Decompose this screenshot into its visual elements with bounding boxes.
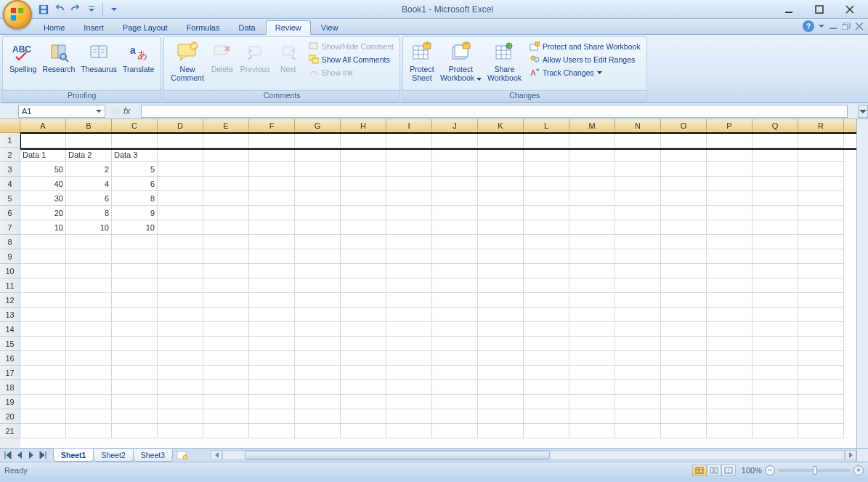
protect-workbook-button[interactable]: ProtectWorkbook [437, 39, 484, 84]
cell-K3[interactable] [478, 162, 524, 177]
cell-M10[interactable] [569, 264, 615, 278]
cell-O20[interactable] [661, 409, 707, 424]
col-header-M[interactable]: M [569, 119, 615, 133]
cell-N12[interactable] [615, 293, 661, 308]
sheet-tab-1[interactable]: Sheet1 [53, 449, 94, 462]
cell-B20[interactable] [66, 409, 112, 424]
cell-B7[interactable]: 10 [66, 220, 112, 235]
tab-review[interactable]: Review [266, 20, 311, 35]
cell-H16[interactable] [341, 351, 386, 366]
cell-C7[interactable]: 10 [112, 220, 158, 235]
cell-C20[interactable] [112, 409, 158, 424]
cell-F20[interactable] [249, 409, 295, 424]
cell-M15[interactable] [569, 337, 615, 351]
cell-G10[interactable] [295, 264, 341, 278]
cell-J17[interactable] [432, 366, 478, 380]
cell-G2[interactable] [295, 148, 341, 162]
cell-E4[interactable] [203, 177, 249, 191]
cell-G6[interactable] [295, 206, 341, 220]
cell-I17[interactable] [386, 366, 432, 380]
cell-I13[interactable] [386, 308, 432, 322]
cell-E17[interactable] [203, 366, 249, 380]
cell-F12[interactable] [249, 293, 295, 308]
cell-F19[interactable] [249, 395, 295, 409]
col-header-Q[interactable]: Q [753, 119, 798, 133]
cancel-formula-icon[interactable] [110, 105, 121, 117]
cell-R10[interactable] [798, 264, 844, 278]
cell-H15[interactable] [341, 337, 386, 351]
cell-B17[interactable] [66, 366, 112, 380]
row-header-8[interactable]: 8 [0, 235, 20, 249]
row-header-7[interactable]: 7 [0, 220, 20, 235]
cell-P8[interactable] [707, 235, 753, 249]
cell-D14[interactable] [158, 322, 203, 337]
tab-nav-next[interactable] [25, 449, 37, 461]
tab-nav-prev[interactable] [14, 449, 25, 461]
cell-I18[interactable] [386, 380, 432, 395]
cell-N4[interactable] [615, 177, 661, 191]
cell-G17[interactable] [295, 366, 341, 380]
cell-F7[interactable] [249, 220, 295, 235]
cell-P3[interactable] [707, 162, 753, 177]
cell-J10[interactable] [432, 264, 478, 278]
cell-A9[interactable] [20, 249, 66, 264]
col-header-O[interactable]: O [661, 119, 707, 133]
cell-J3[interactable] [432, 162, 478, 177]
cell-F8[interactable] [249, 235, 295, 249]
cell-C14[interactable] [112, 322, 158, 337]
cell-I1[interactable] [386, 133, 432, 148]
translate-button[interactable]: aあ Translate [120, 39, 157, 75]
cell-O4[interactable] [661, 177, 707, 191]
cell-N15[interactable] [615, 337, 661, 351]
cell-K5[interactable] [478, 191, 524, 206]
show-all-comments-button[interactable]: Show All Comments [307, 54, 396, 65]
row-header-15[interactable]: 15 [0, 337, 20, 351]
cell-G9[interactable] [295, 249, 341, 264]
row-header-19[interactable]: 19 [0, 395, 20, 409]
sheet-tab-3[interactable]: Sheet3 [133, 449, 173, 462]
row-header-17[interactable]: 17 [0, 366, 20, 380]
cell-L17[interactable] [524, 366, 569, 380]
row-header-16[interactable]: 16 [0, 351, 20, 366]
cell-I2[interactable] [386, 148, 432, 162]
cell-A12[interactable] [20, 293, 66, 308]
cell-N9[interactable] [615, 249, 661, 264]
cell-O6[interactable] [661, 206, 707, 220]
cell-F5[interactable] [249, 191, 295, 206]
row-header-1[interactable]: 1 [0, 133, 20, 148]
row-header-2[interactable]: 2 [0, 148, 20, 162]
cell-P18[interactable] [707, 380, 753, 395]
cell-I14[interactable] [386, 322, 432, 337]
cell-L1[interactable] [524, 133, 569, 148]
zoom-out-button[interactable]: − [765, 465, 775, 475]
view-page-layout[interactable] [707, 465, 721, 476]
cell-L15[interactable] [524, 337, 569, 351]
cell-E18[interactable] [203, 380, 249, 395]
cell-R16[interactable] [798, 351, 844, 366]
row-header-6[interactable]: 6 [0, 206, 20, 220]
cell-I21[interactable] [386, 424, 432, 438]
delete-comment-button[interactable]: Delete [207, 39, 238, 75]
cell-M17[interactable] [569, 366, 615, 380]
cell-H17[interactable] [341, 366, 386, 380]
cell-J12[interactable] [432, 293, 478, 308]
tab-data[interactable]: Data [230, 21, 264, 34]
mdi-close-button[interactable] [855, 23, 864, 30]
select-all-button[interactable] [0, 119, 20, 133]
row-header-4[interactable]: 4 [0, 177, 20, 191]
show-hide-comment-button[interactable]: Show/Hide Comment [307, 41, 396, 52]
cell-G3[interactable] [295, 162, 341, 177]
cell-Q4[interactable] [753, 177, 798, 191]
tab-nav-first[interactable] [2, 449, 14, 461]
cell-D20[interactable] [158, 409, 203, 424]
cell-I12[interactable] [386, 293, 432, 308]
cell-G5[interactable] [295, 191, 341, 206]
cell-C11[interactable] [112, 278, 158, 293]
cell-F2[interactable] [249, 148, 295, 162]
cell-P4[interactable] [707, 177, 753, 191]
cell-Q18[interactable] [753, 380, 798, 395]
cell-A21[interactable] [20, 424, 66, 438]
cell-J9[interactable] [432, 249, 478, 264]
col-header-N[interactable]: N [615, 119, 661, 133]
cell-O10[interactable] [661, 264, 707, 278]
